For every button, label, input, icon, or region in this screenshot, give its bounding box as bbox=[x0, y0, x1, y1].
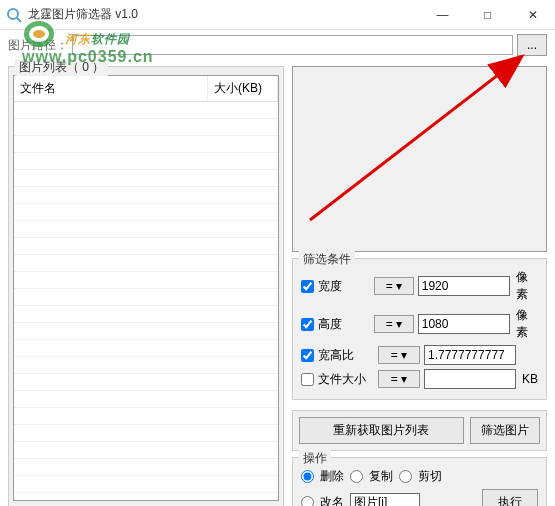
width-label: 宽度 bbox=[318, 278, 370, 295]
list-item bbox=[14, 340, 278, 357]
path-input[interactable] bbox=[72, 35, 513, 55]
list-item bbox=[14, 357, 278, 374]
list-item bbox=[14, 204, 278, 221]
delete-radio[interactable] bbox=[301, 470, 314, 483]
list-item bbox=[14, 119, 278, 136]
ratio-checkbox[interactable] bbox=[301, 349, 314, 362]
list-item bbox=[14, 102, 278, 119]
filter-group: 筛选条件 宽度 = ▾ 像素 高度 = ▾ 像素 宽高比 = ▾ bbox=[292, 258, 547, 400]
path-label: 图片路径： bbox=[8, 37, 68, 54]
height-checkbox[interactable] bbox=[301, 318, 314, 331]
width-unit: 像素 bbox=[516, 269, 538, 303]
list-item bbox=[14, 391, 278, 408]
size-operator-select[interactable]: = ▾ bbox=[378, 370, 420, 388]
cut-label: 剪切 bbox=[418, 468, 442, 485]
list-item bbox=[14, 255, 278, 272]
operation-group: 操作 删除 复制 剪切 改名 执行 bbox=[292, 457, 547, 506]
image-list[interactable]: 文件名 大小(KB) bbox=[13, 75, 279, 501]
list-item bbox=[14, 136, 278, 153]
height-value-input[interactable] bbox=[418, 314, 510, 334]
height-operator-select[interactable]: = ▾ bbox=[374, 315, 414, 333]
list-item bbox=[14, 476, 278, 493]
list-item bbox=[14, 306, 278, 323]
delete-label: 删除 bbox=[320, 468, 344, 485]
rename-radio[interactable] bbox=[301, 496, 314, 506]
app-icon bbox=[6, 7, 22, 23]
refresh-list-button[interactable]: 重新获取图片列表 bbox=[299, 417, 464, 444]
filter-group-title: 筛选条件 bbox=[299, 251, 355, 268]
maximize-button[interactable]: □ bbox=[465, 0, 510, 30]
path-row: 图片路径： ... bbox=[0, 30, 555, 58]
list-item bbox=[14, 238, 278, 255]
right-panel: 筛选条件 宽度 = ▾ 像素 高度 = ▾ 像素 宽高比 = ▾ bbox=[292, 66, 547, 506]
size-label: 文件大小 bbox=[318, 371, 374, 388]
rename-label: 改名 bbox=[320, 494, 344, 506]
image-list-group: 图片列表（ 0 ） 文件名 大小(KB) bbox=[8, 66, 284, 506]
preview-pane bbox=[292, 66, 547, 252]
operation-group-title: 操作 bbox=[299, 450, 331, 467]
list-item bbox=[14, 170, 278, 187]
operation-row-2: 改名 执行 bbox=[301, 489, 538, 506]
list-item bbox=[14, 459, 278, 476]
size-value-input[interactable] bbox=[424, 369, 516, 389]
copy-radio[interactable] bbox=[350, 470, 363, 483]
width-operator-select[interactable]: = ▾ bbox=[374, 277, 414, 295]
list-item bbox=[14, 374, 278, 391]
size-unit: KB bbox=[522, 372, 538, 386]
height-unit: 像素 bbox=[516, 307, 538, 341]
cut-radio[interactable] bbox=[399, 470, 412, 483]
copy-label: 复制 bbox=[369, 468, 393, 485]
operation-row-1: 删除 复制 剪切 bbox=[301, 468, 538, 485]
list-item bbox=[14, 323, 278, 340]
window-title: 龙霆图片筛选器 v1.0 bbox=[28, 6, 420, 23]
list-header: 文件名 大小(KB) bbox=[14, 76, 278, 102]
list-item bbox=[14, 289, 278, 306]
width-checkbox[interactable] bbox=[301, 280, 314, 293]
filter-size-row: 文件大小 = ▾ KB bbox=[301, 369, 538, 389]
list-body bbox=[14, 102, 278, 501]
left-panel: 图片列表（ 0 ） 文件名 大小(KB) bbox=[8, 58, 284, 506]
list-item bbox=[14, 153, 278, 170]
list-item bbox=[14, 187, 278, 204]
rename-pattern-input[interactable] bbox=[350, 493, 420, 507]
titlebar: 龙霆图片筛选器 v1.0 — □ ✕ bbox=[0, 0, 555, 30]
filter-width-row: 宽度 = ▾ 像素 bbox=[301, 269, 538, 303]
filter-button[interactable]: 筛选图片 bbox=[470, 417, 540, 444]
filter-height-row: 高度 = ▾ 像素 bbox=[301, 307, 538, 341]
filter-ratio-row: 宽高比 = ▾ bbox=[301, 345, 538, 365]
ratio-operator-select[interactable]: = ▾ bbox=[378, 346, 420, 364]
ratio-label: 宽高比 bbox=[318, 347, 374, 364]
browse-button[interactable]: ... bbox=[517, 34, 547, 56]
list-item bbox=[14, 408, 278, 425]
window-controls: — □ ✕ bbox=[420, 0, 555, 30]
close-button[interactable]: ✕ bbox=[510, 0, 555, 30]
svg-point-0 bbox=[8, 9, 18, 19]
action-button-row: 重新获取图片列表 筛选图片 bbox=[292, 410, 547, 451]
ratio-value-input[interactable] bbox=[424, 345, 516, 365]
svg-line-1 bbox=[17, 18, 21, 22]
minimize-button[interactable]: — bbox=[420, 0, 465, 30]
list-item bbox=[14, 272, 278, 289]
list-item bbox=[14, 442, 278, 459]
size-checkbox[interactable] bbox=[301, 373, 314, 386]
column-filename[interactable]: 文件名 bbox=[14, 76, 208, 101]
column-size[interactable]: 大小(KB) bbox=[208, 76, 278, 101]
list-group-title: 图片列表（ 0 ） bbox=[15, 59, 108, 76]
execute-button[interactable]: 执行 bbox=[482, 489, 538, 506]
list-item bbox=[14, 425, 278, 442]
height-label: 高度 bbox=[318, 316, 370, 333]
width-value-input[interactable] bbox=[418, 276, 510, 296]
list-item bbox=[14, 221, 278, 238]
